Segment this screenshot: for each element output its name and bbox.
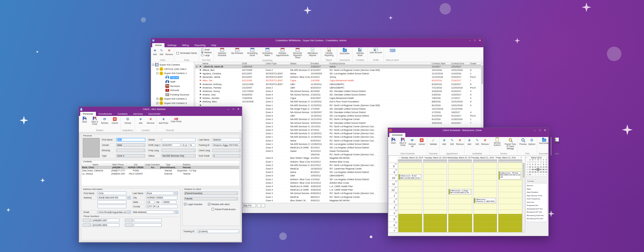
main-title-bar[interactable]: N CodeMetro NPAWorks - Super Kid Centers…: [151, 38, 483, 43]
table-row[interactable]: ⚑ Alexander, Jaimie 6/12/2007 SGTESTCLIE…: [195, 76, 483, 79]
font-small-radio[interactable]: [201, 48, 203, 51]
refresh-all-button[interactable]: Refresh All: [408, 137, 417, 148]
mini-calendar-day[interactable]: 6: [545, 173, 548, 176]
contacts-column-legal-guardian[interactable]: Legal Guardian: [145, 163, 160, 166]
parent-portal-access-checkbox[interactable]: [212, 208, 214, 210]
add-client-button[interactable]: Add: [152, 48, 158, 56]
phone3-field[interactable]: [134, 219, 162, 222]
column-header-dob[interactable]: DOB: [242, 62, 265, 65]
day-column-monday[interactable]: D.Barrymore - B.Idol [BID-LAUSD:60R] 10:…: [398, 163, 422, 232]
refresh-button[interactable]: Refresh: [100, 116, 110, 124]
day-header[interactable]: Tuesday, March 19, 2019: [424, 157, 447, 159]
contacts-column-city[interactable]: City: [127, 163, 145, 166]
tab-settings[interactable]: Settings: [164, 43, 179, 47]
cancel-button[interactable]: Cancel: [417, 137, 426, 146]
service-actions-button[interactable]: Service Actions: [491, 137, 504, 146]
tab-personal[interactable]: Personal: [80, 112, 96, 116]
column-header-grade[interactable]: Grade: [469, 62, 481, 65]
tree-item-services[interactable]: Services: [151, 84, 194, 89]
save-button[interactable]: Save: [80, 116, 90, 123]
mini-calendar-day[interactable]: 28: [539, 171, 542, 173]
mini-calendar-day[interactable]: 24: [529, 161, 531, 163]
table-row[interactable]: ⚑ Anthony, Marc 12/13/2008 Zone 3 NA-605…: [195, 100, 483, 104]
phone4-type-select[interactable]: [125, 223, 133, 227]
day-column-thursday[interactable]: D.Barrymore - R.Downey Jr. [BID:60R] 2:0…: [473, 163, 497, 232]
minimize-button[interactable]: –: [532, 128, 537, 132]
table-row[interactable]: ⚑ Anderson, Sunny 12/17/2004 Zone 4 NA-S…: [195, 89, 483, 93]
remove-client-button[interactable]: Remove: [165, 48, 174, 56]
day-header[interactable]: Monday, March 18, 2019: [400, 157, 424, 159]
relation-value-select[interactable]: Parents: [184, 197, 238, 200]
tab-doccenter[interactable]: DocCenter: [146, 112, 163, 116]
mini-calendar-day[interactable]: 31: [529, 173, 531, 176]
mini-calendar-day[interactable]: 8: [542, 163, 545, 166]
flexible-reporting-button[interactable]: Flexible Reporting: [322, 48, 336, 57]
tree-expand-toggle[interactable]: +: [156, 102, 158, 104]
column-header-client-type[interactable]: Client Type: [265, 62, 290, 65]
mini-calendar-day[interactable]: 24: [529, 171, 531, 173]
mini-calendar-day[interactable]: 27: [537, 171, 540, 173]
family-language-select[interactable]: [162, 149, 196, 152]
phone1-type-select[interactable]: [83, 219, 91, 222]
minimize-button[interactable]: –: [226, 107, 231, 111]
tab-services[interactable]: Services: [130, 112, 146, 116]
resize-grip[interactable]: ⋱: [546, 233, 548, 236]
tree-item-super-kid-centers-1[interactable]: − Super Kid Centers 1: [151, 71, 194, 76]
mini-calendar-day[interactable]: 25: [531, 171, 534, 173]
column-header-contract-start[interactable]: Contract Start: [431, 62, 451, 65]
appointment[interactable]: D.Barrymore - L.Gaga [BII-LAUSD:60R] 12:…: [449, 189, 471, 194]
contact-row[interactable]: Le, Jessica (446)526-1267 PALO CEDRO Ext…: [81, 172, 239, 175]
remove-contact-button[interactable]: Remove: [146, 116, 156, 124]
mini-calendar-day[interactable]: 1: [531, 173, 534, 176]
table-row[interactable]: ⚑ Andres, Jose 6/18/2003 Zone 4 NA-Schoo…: [195, 93, 483, 97]
scroll-up-icon[interactable]: ˄: [482, 62, 483, 64]
mini-calendar-day[interactable]: 3: [529, 163, 531, 166]
ethnicity-select[interactable]: [116, 149, 145, 152]
address-book-button[interactable]: Address Book: [353, 48, 367, 57]
mini-calendar-day[interactable]: 28: [539, 161, 542, 163]
close-button[interactable]: ✕: [477, 38, 482, 43]
mini-calendar-day[interactable]: 14: [539, 166, 542, 168]
table-row[interactable]: ⚑ Aguilera, Christina 6/21/2007 SGTESTCL…: [195, 72, 483, 75]
tracking-id-select[interactable]: Simpson-Ziggy-20070331: [212, 143, 240, 147]
phone2-type-select[interactable]: [83, 223, 91, 227]
legal-guardian-checkbox[interactable]: ✓: [184, 203, 186, 205]
user-account-button[interactable]: User Account: [369, 48, 383, 54]
mini-calendar-day[interactable]: 13: [537, 166, 540, 168]
legend-button[interactable]: Legend: [552, 137, 562, 144]
day-column-tuesday[interactable]: [423, 163, 447, 232]
maximize-button[interactable]: □: [231, 107, 236, 111]
zip-field[interactable]: 96050: [163, 200, 176, 204]
mini-calendar-day[interactable]: 22: [542, 168, 545, 171]
my-schedule-button[interactable]: My Schedule: [230, 48, 245, 54]
mini-calendar-day[interactable]: 3: [537, 173, 540, 176]
day-header[interactable]: Wednesday, March 20, 2019: [447, 157, 470, 159]
add-availability-button[interactable]: Add: [465, 137, 473, 146]
tree-item-clients[interactable]: Clients: [151, 76, 194, 80]
mini-calendar-day[interactable]: 2: [534, 173, 537, 176]
terminated-clients-checkbox[interactable]: [176, 52, 179, 54]
appointment[interactable]: D.Barrymore - P.Frank [BID:90R] 9:30 AM-…: [499, 171, 521, 180]
tree-item-funding-sources[interactable]: Funding Sources: [151, 93, 194, 97]
mini-calendar-day[interactable]: 4: [539, 173, 542, 176]
email-field[interactable]: Chris.Rock@cmguardian.com: [97, 210, 126, 214]
tab-contacts[interactable]: Contacts: [115, 112, 130, 116]
scroll-down-icon[interactable]: ˅: [523, 230, 525, 232]
tab-help[interactable]: Help: [208, 43, 219, 47]
client-title-bar[interactable]: Client - Alec Baldwin – □ ✕: [79, 107, 242, 111]
mini-calendar-day[interactable]: 1: [542, 161, 545, 163]
add-appointment-button[interactable]: Add: [440, 137, 448, 146]
mini-calendar-day[interactable]: 26: [534, 161, 537, 163]
relation-type-select[interactable]: [Parent/Guardian]: [184, 192, 238, 195]
tree-expand-toggle[interactable]: −: [156, 72, 158, 74]
mini-calendar-day[interactable]: 21: [539, 168, 542, 171]
table-row[interactable]: ⚑ Aniston, Jennifer 7/18/2004 Zone 4 Cig…: [195, 97, 483, 100]
doccenter-button[interactable]: DocCenter: [538, 137, 550, 145]
phone1-field[interactable]: (446)580-1807: [92, 219, 119, 222]
filter-stay-put-label[interactable]: Stay Put: [242, 204, 256, 207]
status-select[interactable]: NA-605 Services Only: [162, 154, 196, 158]
tree-item-super-kid-centers[interactable]: − Super Kid Centers: [151, 63, 194, 67]
mini-calendar-day[interactable]: 9: [545, 163, 548, 166]
edit-client-button[interactable]: Edit: [158, 48, 165, 56]
last-name-field[interactable]: Baldwin: [213, 138, 240, 141]
